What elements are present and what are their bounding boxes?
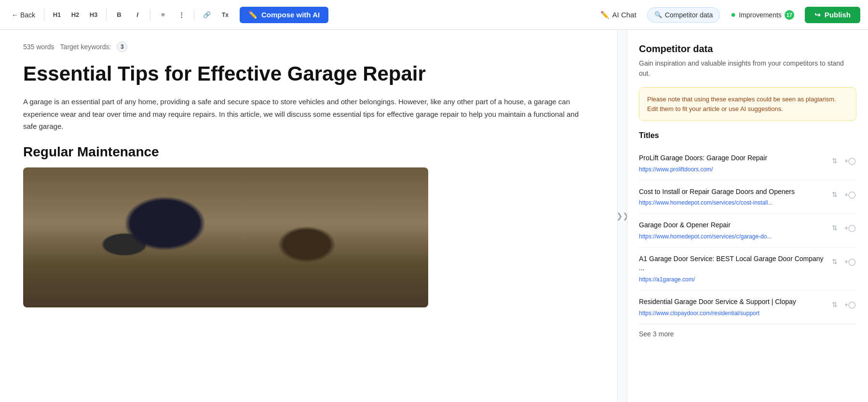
competitor-url-3[interactable]: https://a1garage.com/ xyxy=(639,276,695,283)
competitor-copy-button-2[interactable]: ⇅ xyxy=(828,222,841,234)
h1-button[interactable]: H1 xyxy=(49,7,65,23)
h2-button[interactable]: H2 xyxy=(68,7,83,23)
toolbar-divider-1 xyxy=(44,9,44,21)
competitor-add-button-3[interactable]: +◯ xyxy=(844,255,856,268)
titles-section-label: Titles xyxy=(639,131,856,140)
competitor-item: Garage Door & Opener Repair https://www.… xyxy=(639,213,856,247)
competitor-text-4: Residential Garage Door Service & Suppor… xyxy=(639,297,824,317)
italic-button[interactable]: I xyxy=(130,7,145,23)
publish-icon: ↪ xyxy=(814,11,821,19)
competitor-actions-0: ⇅ +◯ xyxy=(828,154,856,167)
article-title[interactable]: Essential Tips for Effective Garage Repa… xyxy=(23,62,594,86)
toolbar-left: ← Back H1 H2 H3 B I ≡ ⋮ 🔗 Tx ✏️ Compose … xyxy=(8,7,328,23)
competitor-url-0[interactable]: https://www.proliftdoors.com/ xyxy=(639,166,713,173)
ai-chat-icon: ✏️ xyxy=(600,11,610,19)
competitor-data-panel: Competitor data Gain inspiration and val… xyxy=(627,30,868,402)
competitor-actions-4: ⇅ +◯ xyxy=(828,298,856,311)
editor-meta: 535 words Target keywords: 3 xyxy=(23,42,594,52)
toolbar-right: ✏️ AI Chat 🔍 Competitor data ● Improveme… xyxy=(595,6,860,23)
ai-chat-label: AI Chat xyxy=(612,11,637,19)
publish-label: Publish xyxy=(825,11,851,19)
competitor-actions-3: ⇅ +◯ xyxy=(828,255,856,268)
competitor-data-label: Competitor data xyxy=(665,11,713,19)
competitor-item: Cost to Install or Repair Garage Doors a… xyxy=(639,180,856,214)
competitor-url-1[interactable]: https://www.homedepot.com/services/c/cos… xyxy=(639,199,773,206)
article-intro[interactable]: A garage is an essential part of any hom… xyxy=(23,96,594,133)
toolbar: ← Back H1 H2 H3 B I ≡ ⋮ 🔗 Tx ✏️ Compose … xyxy=(0,0,868,30)
competitor-copy-button-3[interactable]: ⇅ xyxy=(828,255,841,268)
publish-button[interactable]: ↪ Publish xyxy=(805,7,860,23)
back-button[interactable]: ← Back xyxy=(8,8,39,22)
article-image-inner xyxy=(23,167,428,307)
toolbar-divider-4 xyxy=(194,9,194,21)
competitor-list: ProLift Garage Doors: Garage Door Repair… xyxy=(639,147,856,324)
competitor-item: ProLift Garage Doors: Garage Door Repair… xyxy=(639,147,856,180)
link-button[interactable]: 🔗 xyxy=(199,7,215,23)
competitor-name-0: ProLift Garage Doors: Garage Door Repair xyxy=(639,153,824,163)
sidebar-panel-subtitle: Gain inspiration and valuable insights f… xyxy=(639,58,856,79)
ordered-list-button[interactable]: ≡ xyxy=(155,7,171,23)
competitor-item: A1 Garage Door Service: BEST Local Garag… xyxy=(639,247,856,290)
toolbar-divider-3 xyxy=(150,9,150,21)
competitor-add-button-2[interactable]: +◯ xyxy=(844,222,856,234)
see-more-button[interactable]: See 3 more xyxy=(639,324,856,338)
competitor-text-0: ProLift Garage Doors: Garage Door Repair… xyxy=(639,153,824,173)
competitor-add-button-1[interactable]: +◯ xyxy=(844,188,856,201)
competitor-text-3: A1 Garage Door Service: BEST Local Garag… xyxy=(639,254,824,283)
main-layout: 535 words Target keywords: 3 Essential T… xyxy=(0,30,868,402)
competitor-text-1: Cost to Install or Repair Garage Doors a… xyxy=(639,187,824,207)
word-count: 535 words xyxy=(23,43,54,51)
article-image xyxy=(23,167,428,307)
competitor-data-button[interactable]: 🔍 Competitor data xyxy=(647,7,720,23)
compose-ai-icon: ✏️ xyxy=(248,11,258,19)
improvements-badge: 17 xyxy=(785,10,794,20)
improvements-button[interactable]: ● Improvements 17 xyxy=(725,6,800,23)
competitor-name-1: Cost to Install or Repair Garage Doors a… xyxy=(639,187,824,197)
compose-ai-label: Compose with AI xyxy=(261,11,320,19)
unordered-list-button[interactable]: ⋮ xyxy=(174,7,189,23)
competitor-add-button-0[interactable]: +◯ xyxy=(844,154,856,167)
sidebar-panel-title: Competitor data xyxy=(639,43,856,55)
bold-button[interactable]: B xyxy=(111,7,127,23)
competitor-name-3: A1 Garage Door Service: BEST Local Garag… xyxy=(639,254,824,273)
clear-format-button[interactable]: Tx xyxy=(217,7,233,23)
ai-chat-button[interactable]: ✏️ AI Chat xyxy=(595,8,642,22)
competitor-name-2: Garage Door & Opener Repair xyxy=(639,221,824,230)
improvements-label: Improvements xyxy=(739,11,782,19)
competitor-name-4: Residential Garage Door Service & Suppor… xyxy=(639,297,824,307)
competitor-actions-1: ⇅ +◯ xyxy=(828,188,856,201)
panel-collapse-handle[interactable]: ❯❯ xyxy=(617,30,627,402)
competitor-copy-button-1[interactable]: ⇅ xyxy=(828,188,841,201)
h3-button[interactable]: H3 xyxy=(86,7,101,23)
keyword-count-badge[interactable]: 3 xyxy=(117,42,127,52)
competitor-text-2: Garage Door & Opener Repair https://www.… xyxy=(639,221,824,240)
competitor-url-4[interactable]: https://www.clopaydoor.com/residential/s… xyxy=(639,310,760,317)
competitor-url-2[interactable]: https://www.homedepot.com/services/c/gar… xyxy=(639,233,772,240)
toolbar-divider-2 xyxy=(106,9,107,21)
competitor-copy-button-4[interactable]: ⇅ xyxy=(828,298,841,311)
competitor-item: Residential Garage Door Service & Suppor… xyxy=(639,290,856,324)
improvements-dot-icon: ● xyxy=(731,10,736,20)
competitor-actions-2: ⇅ +◯ xyxy=(828,222,856,234)
competitor-copy-button-0[interactable]: ⇅ xyxy=(828,154,841,167)
competitor-add-button-4[interactable]: +◯ xyxy=(844,298,856,311)
editor-area: 535 words Target keywords: 3 Essential T… xyxy=(0,30,617,402)
compose-ai-button[interactable]: ✏️ Compose with AI xyxy=(240,7,328,23)
section-heading-maintenance[interactable]: Regular Maintenance xyxy=(23,144,594,160)
plagiarism-notice: Please note that using these examples co… xyxy=(639,87,856,121)
target-keywords-label: Target keywords: xyxy=(60,43,111,51)
search-icon: 🔍 xyxy=(654,11,662,18)
